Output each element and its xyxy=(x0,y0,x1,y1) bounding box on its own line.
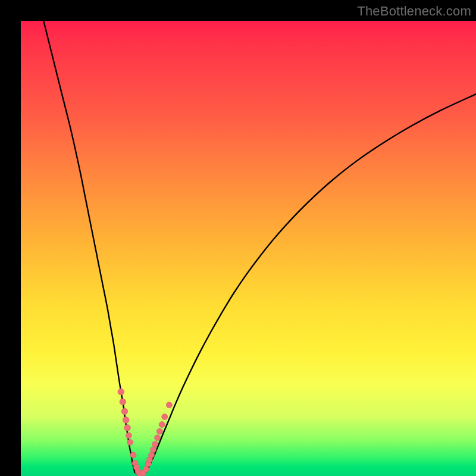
chart-stage: TheBottleneck.com xyxy=(0,0,476,476)
data-marker xyxy=(156,428,162,434)
data-marker xyxy=(123,417,129,424)
data-marker xyxy=(155,435,161,441)
watermark-text: TheBottleneck.com xyxy=(357,4,471,19)
data-marker xyxy=(143,466,149,472)
bottleneck-curve-svg xyxy=(21,21,476,476)
data-marker xyxy=(166,402,172,408)
data-marker xyxy=(126,433,131,439)
data-marker xyxy=(159,422,165,428)
data-marker xyxy=(124,425,131,431)
curve-group xyxy=(43,21,476,475)
data-marker xyxy=(130,452,136,458)
bottleneck-curve-path xyxy=(43,21,476,475)
data-marker xyxy=(162,414,168,420)
data-marker xyxy=(127,439,133,445)
data-marker xyxy=(118,389,124,395)
data-marker xyxy=(152,441,158,447)
plot-area xyxy=(21,21,476,476)
data-marker xyxy=(151,447,156,453)
data-marker xyxy=(121,408,128,415)
data-marker xyxy=(120,399,126,405)
data-marker xyxy=(149,452,155,458)
